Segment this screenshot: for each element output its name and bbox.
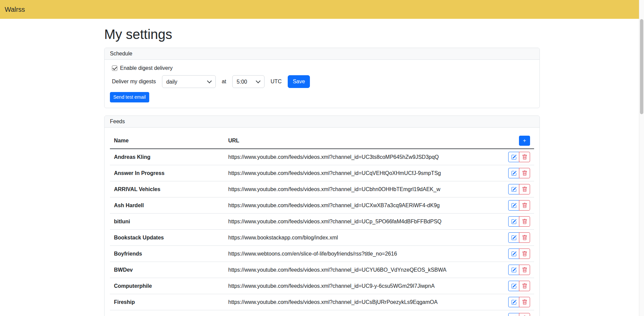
edit-feed-button[interactable] (508, 184, 519, 194)
feed-url: https://www.youtube.com/feeds/videos.xml… (224, 214, 502, 230)
send-test-email-button[interactable]: Send test email (110, 92, 149, 102)
feed-actions (508, 281, 530, 291)
feed-name: BWDev (110, 262, 224, 278)
pencil-square-icon (511, 187, 517, 192)
pencil-square-icon (511, 219, 517, 224)
feed-row: Answer In Progress https://www.youtube.c… (110, 165, 534, 181)
edit-feed-button[interactable] (508, 265, 519, 275)
timezone-label: UTC (271, 79, 282, 85)
feed-name: Go Time (110, 310, 224, 316)
feed-actions (508, 249, 530, 259)
edit-feed-button[interactable] (508, 281, 519, 291)
schedule-card: Schedule Enable digest delivery Deliver … (104, 48, 540, 108)
feed-name: Boyfriends (110, 246, 224, 262)
pencil-square-icon (511, 203, 517, 208)
edit-feed-button[interactable] (508, 232, 519, 243)
feeds-card-body: Name URL + Andreas Kling https://www.you… (105, 128, 539, 316)
feed-name: bitluni (110, 214, 224, 230)
feed-name: Fireship (110, 294, 224, 310)
trash-icon (522, 267, 527, 273)
brand-link[interactable]: Walrss (5, 6, 25, 13)
feed-url: https://www.youtube.com/feeds/videos.xml… (224, 278, 502, 294)
feeds-table-header-row: Name URL + (110, 133, 534, 149)
delete-feed-button[interactable] (519, 200, 530, 211)
pencil-square-icon (511, 171, 517, 176)
delete-feed-button[interactable] (519, 249, 530, 259)
delete-feed-button[interactable] (519, 281, 530, 291)
feed-name: Andreas Kling (110, 149, 224, 165)
feeds-card: Feeds Name URL + Andreas Kling https://w… (104, 116, 540, 316)
feed-url: https://www.youtube.com/feeds/videos.xml… (224, 262, 502, 278)
schedule-card-header: Schedule (105, 48, 539, 60)
feed-name: ARRIVAL Vehicles (110, 181, 224, 197)
vertical-scrollbar-track[interactable] (639, 0, 644, 316)
pencil-square-icon (511, 154, 517, 160)
navbar: Walrss (0, 0, 644, 19)
feed-name: Bookstack Updates (110, 230, 224, 246)
feed-url: https://www.youtube.com/feeds/videos.xml… (224, 181, 502, 197)
enable-digest-label[interactable]: Enable digest delivery (120, 65, 173, 71)
feed-actions (508, 232, 530, 243)
pencil-square-icon (511, 235, 517, 240)
feed-actions (508, 168, 530, 178)
pencil-square-icon (511, 267, 517, 273)
feed-actions (508, 152, 530, 162)
feeds-table: Name URL + Andreas Kling https://www.you… (110, 133, 534, 316)
schedule-form-row: Deliver my digests daily at 5:00 UTC Sav… (112, 75, 534, 88)
feed-name: Ash Hardell (110, 197, 224, 214)
feed-url: https://www.youtube.com/feeds/videos.xml… (224, 149, 502, 165)
trash-icon (522, 300, 527, 305)
edit-feed-button[interactable] (508, 200, 519, 211)
delete-feed-button[interactable] (519, 168, 530, 178)
trash-icon (522, 283, 527, 289)
edit-feed-button[interactable] (508, 297, 519, 307)
page-title: My settings (104, 26, 540, 42)
enable-digest-checkbox[interactable] (112, 65, 117, 71)
time-select-wrap: 5:00 (232, 75, 265, 88)
main-content: My settings Schedule Enable digest deliv… (100, 26, 544, 316)
delete-feed-button[interactable] (519, 232, 530, 243)
pencil-square-icon (511, 300, 517, 305)
add-feed-button[interactable]: + (519, 136, 530, 146)
trash-icon (522, 235, 527, 240)
feed-actions (508, 297, 530, 307)
delete-feed-button[interactable] (519, 313, 530, 316)
edit-feed-button[interactable] (508, 313, 519, 316)
feed-row: Bookstack Updates https://www.bookstacka… (110, 230, 534, 246)
edit-feed-button[interactable] (508, 168, 519, 178)
edit-feed-button[interactable] (508, 216, 519, 227)
column-header-name: Name (110, 133, 224, 149)
delete-feed-button[interactable] (519, 297, 530, 307)
feed-row: Andreas Kling https://www.youtube.com/fe… (110, 149, 534, 165)
trash-icon (522, 219, 527, 224)
feed-name: Answer In Progress (110, 165, 224, 181)
feed-row: Fireship https://www.youtube.com/feeds/v… (110, 294, 534, 310)
trash-icon (522, 154, 527, 160)
edit-feed-button[interactable] (508, 249, 519, 259)
delete-feed-button[interactable] (519, 184, 530, 194)
delete-feed-button[interactable] (519, 216, 530, 227)
feed-row: ARRIVAL Vehicles https://www.youtube.com… (110, 181, 534, 197)
delete-feed-button[interactable] (519, 152, 530, 162)
vertical-scrollbar-thumb[interactable] (640, 19, 643, 114)
feeds-card-header: Feeds (105, 116, 539, 128)
frequency-select-wrap: daily (162, 75, 216, 88)
feed-row: Boyfriends https://www.webtoons.com/en/s… (110, 246, 534, 262)
frequency-select[interactable]: daily (162, 75, 216, 88)
feed-actions (508, 265, 530, 275)
feed-row: BWDev https://www.youtube.com/feeds/vide… (110, 262, 534, 278)
feed-url: https://www.bookstackapp.com/blog/index.… (224, 230, 502, 246)
edit-feed-button[interactable] (508, 152, 519, 162)
column-header-url: URL (224, 133, 502, 149)
deliver-label: Deliver my digests (112, 79, 156, 85)
pencil-square-icon (511, 283, 517, 289)
trash-icon (522, 251, 527, 257)
feed-actions (508, 200, 530, 211)
feed-url: https://changelog.com/gotime/feed (224, 310, 502, 316)
feeds-table-body: Andreas Kling https://www.youtube.com/fe… (110, 149, 534, 316)
save-button[interactable]: Save (288, 75, 310, 88)
feed-url: https://www.youtube.com/feeds/videos.xml… (224, 197, 502, 214)
feed-url: https://www.webtoons.com/en/slice-of-lif… (224, 246, 502, 262)
delete-feed-button[interactable] (519, 265, 530, 275)
time-select[interactable]: 5:00 (232, 75, 265, 88)
